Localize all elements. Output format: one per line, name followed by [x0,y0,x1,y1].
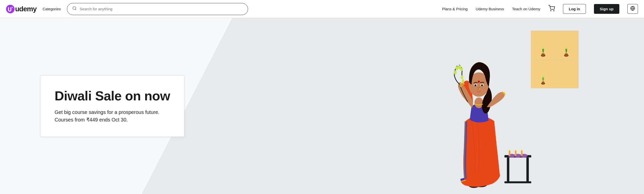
nav-link-teach[interactable]: Teach on Udemy [512,7,540,11]
signup-button[interactable]: Sign up [594,4,619,14]
search-icon [72,6,77,12]
search-input[interactable] [80,7,243,11]
nav-links: Plans & Pricing Udemy Business Teach on … [442,4,638,14]
logo-text: udemy [15,5,36,13]
categories-button[interactable]: Categories [41,6,63,12]
hero-subtitle-line1: Get big course savings for a prosperous … [55,109,159,115]
shopping-cart-icon [548,5,555,12]
navbar: udemy Categories Plans & Pricing Udemy B… [0,0,644,18]
search-bar [67,3,248,15]
logo[interactable]: udemy [6,5,36,13]
svg-line-2 [75,9,76,10]
cart-button[interactable] [548,5,555,13]
svg-point-4 [554,10,554,11]
svg-point-0 [12,7,13,8]
hero-content: Diwali Sale on now Get big course saving… [0,18,644,194]
hero-subtitle-line2: Courses from ₹449 ends Oct 30. [55,117,128,122]
nav-link-plans-pricing[interactable]: Plans & Pricing [442,7,468,11]
login-button[interactable]: Log in [563,4,586,14]
svg-point-3 [551,10,551,11]
hero-section: Diwali Sale on now Get big course saving… [0,18,644,194]
hero-card: Diwali Sale on now Get big course saving… [40,75,184,137]
language-button[interactable] [627,4,638,14]
udemy-logo-icon [6,5,15,13]
nav-link-udemy-business[interactable]: Udemy Business [476,7,504,11]
hero-subtitle: Get big course savings for a prosperous … [55,108,170,123]
hero-title: Diwali Sale on now [55,89,170,104]
globe-icon [630,6,635,11]
